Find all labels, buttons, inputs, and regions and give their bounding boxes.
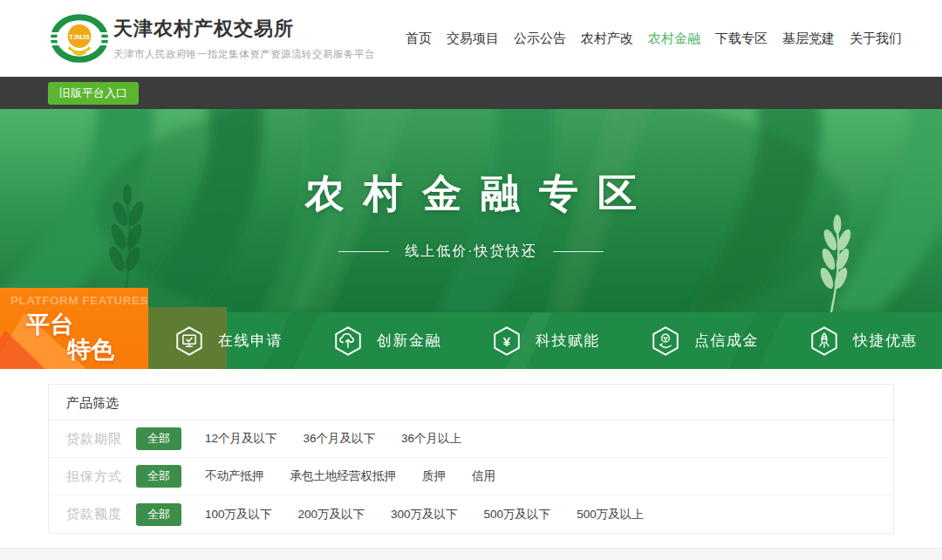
old-platform-entry-button[interactable]: 旧版平台入口 bbox=[48, 82, 139, 105]
rocket-icon bbox=[808, 324, 841, 358]
nav-item-rural-reform[interactable]: 农村产改 bbox=[581, 31, 633, 47]
tab-label: 在线申请 bbox=[218, 331, 283, 351]
tab-label: 快捷优惠 bbox=[853, 331, 918, 351]
filter-option[interactable]: 36个月及以下 bbox=[304, 431, 376, 447]
hero-title: 农村金融专区 bbox=[286, 167, 656, 220]
tab-innovative-finance[interactable]: 创新金融 bbox=[307, 312, 466, 369]
nav-item-about-us[interactable]: 关于我们 bbox=[850, 31, 902, 47]
tab-label: 科技赋能 bbox=[536, 331, 600, 351]
site-subtitle: 天津市人民政府唯一指定集体资产资源流转交易服务平台 bbox=[113, 48, 375, 61]
filter-row-loan-term: 贷款期限 全部 12个月及以下 36个月及以下 36个月以上 bbox=[49, 420, 893, 458]
filter-option[interactable]: 信用 bbox=[472, 468, 495, 484]
exchange-logo[interactable]: TJNJS bbox=[51, 10, 108, 67]
filter-option[interactable]: 36个月以上 bbox=[401, 431, 461, 447]
brand-block: 天津农村产权交易所 天津市人民政府唯一指定集体资产资源流转交易服务平台 bbox=[113, 16, 375, 61]
tab-tech-empower[interactable]: ¥ 科技赋能 bbox=[466, 312, 625, 369]
yen-icon: ¥ bbox=[490, 324, 523, 358]
tab-credit-to-gold[interactable]: 点信成金 bbox=[625, 312, 783, 369]
filter-option[interactable]: 100万及以下 bbox=[205, 507, 272, 522]
filter-label: 贷款额度 bbox=[66, 506, 136, 522]
platform-features-eyebrow: PLATFORM FEATURES bbox=[10, 294, 148, 307]
site-header: TJNJS 天津农村产权交易所 天津市人民政府唯一指定集体资产资源流转交易服务平… bbox=[0, 0, 942, 77]
filter-option[interactable]: 500万及以下 bbox=[484, 507, 551, 522]
hero-subtitle: 线上低价·快贷快还 bbox=[405, 242, 536, 261]
utility-bar: 旧版平台入口 bbox=[0, 77, 942, 109]
subtitle-line-left bbox=[338, 251, 389, 252]
cloud-upload-icon bbox=[331, 324, 365, 358]
monitor-check-icon bbox=[173, 324, 206, 358]
tab-label: 创新金融 bbox=[377, 331, 441, 351]
filter-option[interactable]: 300万及以下 bbox=[391, 507, 458, 522]
nav-item-announcements[interactable]: 公示公告 bbox=[514, 31, 566, 47]
filter-row-loan-amount: 贷款额度 全部 100万及以下 200万及以下 300万及以下 500万及以下 … bbox=[49, 495, 893, 533]
hero-subtitle-row: 线上低价·快贷快还 bbox=[338, 242, 603, 261]
platform-features-badge: PLATFORM FEATURES 平台 特色 bbox=[0, 288, 148, 369]
filter-row-guarantee-type: 担保方式 全部 不动产抵押 承包土地经营权抵押 质押 信用 bbox=[49, 458, 893, 495]
nav-item-party-building[interactable]: 基层党建 bbox=[782, 31, 835, 47]
subtitle-line-right bbox=[553, 251, 604, 252]
logo-monogram: TJNJS bbox=[69, 33, 90, 41]
filter-all-chip[interactable]: 全部 bbox=[136, 427, 181, 450]
page: TJNJS 天津农村产权交易所 天津市人民政府唯一指定集体资产资源流转交易服务平… bbox=[0, 0, 942, 560]
nav-item-home[interactable]: 首页 bbox=[406, 31, 432, 47]
filter-option[interactable]: 质押 bbox=[422, 468, 446, 484]
tab-online-apply[interactable]: 在线申请 bbox=[148, 312, 307, 369]
svg-text:¥: ¥ bbox=[503, 333, 511, 348]
nav-item-rural-finance[interactable]: 农村金融 bbox=[648, 31, 700, 47]
filter-option[interactable]: 200万及以下 bbox=[298, 507, 365, 522]
tab-fast-discount[interactable]: 快捷优惠 bbox=[783, 312, 942, 369]
nav-item-trade-projects[interactable]: 交易项目 bbox=[447, 31, 499, 47]
footer-strip bbox=[0, 548, 942, 560]
filter-label: 贷款期限 bbox=[66, 431, 136, 447]
filter-label: 担保方式 bbox=[66, 468, 136, 485]
tab-label: 点信成金 bbox=[694, 331, 759, 351]
product-filter-card: 产品筛选 贷款期限 全部 12个月及以下 36个月及以下 36个月以上 担保方式… bbox=[48, 384, 894, 534]
coin-hand-icon bbox=[649, 324, 682, 358]
badge-title-line1: 平台 bbox=[26, 309, 73, 340]
filter-option[interactable]: 12个月及以下 bbox=[205, 431, 277, 447]
filter-option[interactable]: 不动产抵押 bbox=[205, 468, 264, 484]
filter-all-chip[interactable]: 全部 bbox=[136, 465, 181, 488]
hero-banner: 农村金融专区 线上低价·快贷快还 bbox=[0, 109, 942, 312]
filter-card-title: 产品筛选 bbox=[49, 385, 893, 420]
nav-item-downloads[interactable]: 下载专区 bbox=[715, 31, 768, 47]
filter-option[interactable]: 500万及以上 bbox=[577, 507, 644, 522]
filter-option[interactable]: 承包土地经营权抵押 bbox=[290, 468, 397, 484]
filter-all-chip[interactable]: 全部 bbox=[136, 503, 181, 526]
main-nav: 首页 交易项目 公示公告 农村产改 农村金融 下载专区 基层党建 关于我们 bbox=[406, 0, 902, 77]
site-title: 天津农村产权交易所 bbox=[113, 16, 375, 42]
badge-title-line2: 特色 bbox=[67, 334, 114, 365]
